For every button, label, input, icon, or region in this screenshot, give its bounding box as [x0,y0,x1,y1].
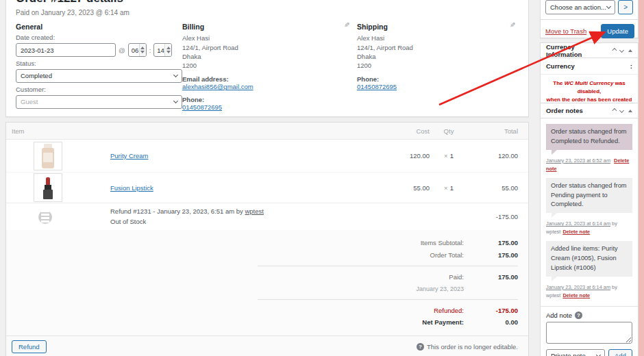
product-link[interactable]: Fusion Lipstick [110,184,153,192]
currency-value: : [630,62,632,70]
refund-label: Refund #1231 - January 23, 2023, 6:51 am… [110,207,243,215]
currency-panel-title: Currency Information [546,43,612,58]
customer-label: Customer: [16,86,182,93]
toggle-panel-icon[interactable] [628,49,632,52]
chevron-down-icon [596,353,601,356]
time-separator: : [149,47,151,54]
order-item-row: Purity Cream 120.00 ×1 120.00 [6,140,528,172]
screen-edge-highlight [639,0,644,356]
order-notes-title: Order notes [546,107,583,114]
totals-divider [258,299,518,300]
refund-row: Refund #1231 - January 23, 2023, 6:51 am… [6,203,528,230]
paid-label: Paid: [449,271,464,283]
item-qty: ×1 [430,184,468,192]
notes-list: Order status changed from Completed to R… [541,118,638,306]
status-label: Status: [16,60,182,67]
billing-phone-label: Phone: [182,96,357,103]
move-to-trash-link[interactable]: Move to Trash [545,27,586,35]
date-created-row: @ 06 : 14 [16,43,182,57]
move-down-icon[interactable] [619,48,624,53]
note-type-select[interactable]: Private note [546,349,605,356]
add-note-textarea[interactable] [546,322,632,344]
shipping-phone-link[interactable]: 01450872695 [357,83,397,90]
item-cost: 120.00 [368,152,430,160]
help-icon[interactable]: ? [417,343,424,351]
refunded-value: -175.00 [464,305,518,317]
note-text: Added line items: Purity Cream (#1005), … [546,241,632,277]
shipping-address: Alex Hasi 124/1, Airport Road Dhaka 1200 [357,34,519,70]
update-button[interactable]: Update [601,24,634,38]
status-select[interactable]: Completed [16,69,182,83]
main-column: Order #1227 details Paid on January 23, … [5,0,529,356]
note-date-link[interactable]: January 23, 2023 at 6:52 am [546,157,610,164]
date-created-label: Date created: [16,34,182,41]
product-link[interactable]: Purity Cream [110,152,148,160]
move-up-icon[interactable] [612,48,617,53]
shipping-column: Shipping ✎ Alex Hasi 124/1, Airport Road… [357,23,519,111]
net-payment-label: Net Payment: [422,316,464,329]
paid-value: 175.00 [464,271,518,283]
order-total-label: Order Total: [430,249,464,262]
delete-note-link[interactable]: Delete note [562,229,590,235]
help-icon[interactable]: ? [575,312,582,319]
refunded-label: Refunded: [434,305,464,317]
toggle-panel-icon[interactable] [628,110,632,112]
hour-stepper[interactable]: 06 [128,43,147,57]
billing-address: Alex Hasi 124/1, Airport Road Dhaka 1200 [182,34,357,70]
currency-label: Currency [546,62,575,70]
product-thumbnail[interactable] [34,142,62,170]
add-note-button[interactable]: Add [608,349,632,356]
page-title: Order #1227 details [16,0,519,5]
not-editable-notice: This order is no longer editable. [427,343,518,351]
cost-column-header: Cost [368,127,430,135]
billing-phone-link[interactable]: 01450872695 [182,103,222,111]
item-column-header: Item [12,127,368,135]
move-up-icon[interactable] [612,108,617,113]
chevron-down-icon [173,73,178,77]
order-total-value: 175.00 [464,249,518,262]
order-items-actions-bar: Refund ? This order is no longer editabl… [6,335,528,356]
paid-date: January 23, 2023 [416,283,464,294]
item-qty: ×1 [430,152,468,160]
refund-reason: Out of Stock [110,217,468,227]
move-down-icon[interactable] [619,108,624,113]
date-created-input[interactable] [16,43,116,57]
totals-divider [258,266,518,266]
edit-billing-pencil-icon[interactable]: ✎ [344,21,349,29]
net-payment-value: 0.00 [464,316,518,329]
order-notes-panel: Order notes Order status changed from Co… [540,103,639,356]
total-column-header: Total [468,127,518,135]
item-cost: 55.00 [368,184,430,192]
spinner-arrows-icon[interactable] [164,44,171,56]
chevron-down-icon [606,3,611,8]
item-total: 120.00 [468,152,518,160]
items-subtotal-label: Items Subtotal: [421,237,464,249]
cream-bottle-image [36,143,60,169]
order-item-row: Fusion Lipstick 55.00 ×1 55.00 [6,172,528,203]
note-text: Order status changed from Completed to R… [546,124,632,150]
note-text: Order status changed from Pending paymen… [546,178,632,214]
shipping-heading: Shipping [357,23,519,31]
refund-user-link[interactable]: wptest [245,207,263,215]
billing-email-label: Email address: [182,75,357,83]
note-date-link[interactable]: January 23, 2023 at 6:14 am [546,220,610,227]
spinner-arrows-icon[interactable] [139,44,146,56]
note-date-link[interactable]: January 23, 2023 at 6:14 am [546,284,610,290]
order-totals-section: Items Subtotal: 175.00 Order Total: 175.… [6,230,528,337]
item-total: 55.00 [468,184,518,192]
customer-select[interactable]: Guest [16,95,182,109]
add-note-label: Add note [546,312,572,319]
woocommerce-order-edit-screen: Order #1227 details Paid on January 23, … [0,0,644,356]
run-action-button[interactable]: > [618,0,633,14]
edit-shipping-pencil-icon[interactable]: ✎ [510,21,515,29]
order-data-panel: Order #1227 details Paid on January 23, … [5,0,529,117]
refund-button[interactable]: Refund [12,340,47,353]
billing-column: Billing ✎ Alex Hasi 124/1, Airport Road … [182,23,357,111]
minute-stepper[interactable]: 14 [153,43,172,57]
delete-note-link[interactable]: Delete note [562,292,590,298]
order-action-select[interactable]: Choose an action... [545,0,615,14]
order-items-panel: Item Cost Qty Total Puri [5,122,529,356]
product-thumbnail[interactable] [34,173,62,202]
billing-email-link[interactable]: alexhasi856@gmail.com [182,83,253,90]
refund-icon [38,210,52,224]
